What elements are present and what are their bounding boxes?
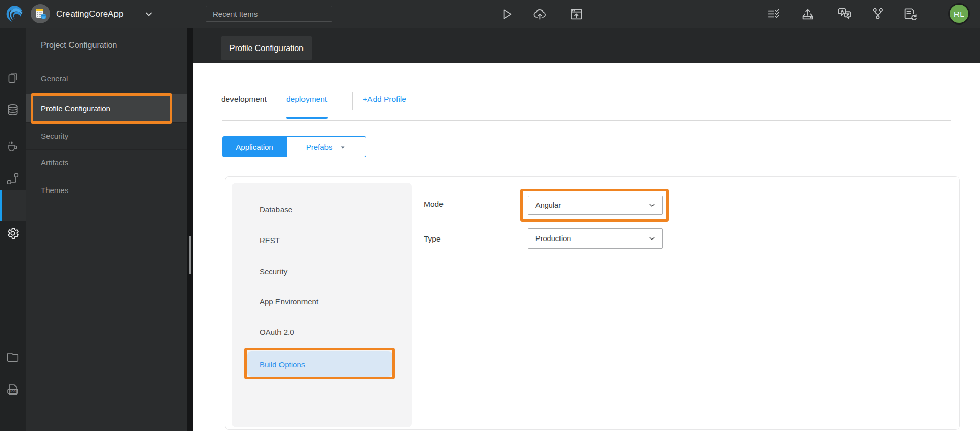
prefabs-segment[interactable]: Prefabs <box>287 136 366 157</box>
panel-scrollbar-thumb[interactable] <box>189 236 191 274</box>
left-icon-rail: LOG <box>0 28 26 431</box>
folder-icon[interactable] <box>6 350 19 364</box>
recent-items-input[interactable]: Recent Items <box>206 6 332 22</box>
tab-profile-configuration[interactable]: Profile Configuration <box>221 36 312 60</box>
config-nav-item-database[interactable]: Database <box>260 205 292 214</box>
sidebar-item-label: General <box>41 74 68 83</box>
type-label: Type <box>424 234 441 244</box>
main-area: Profile Configuration development deploy… <box>193 28 980 431</box>
profile-tab-development[interactable]: development <box>221 94 267 104</box>
project-avatar-icon[interactable] <box>31 4 50 23</box>
build-options-card: Database REST Security App Environment O… <box>225 176 960 430</box>
chevron-down-icon <box>648 234 656 243</box>
app-prefabs-toggle: Application Prefabs <box>222 136 366 157</box>
sidebar-item-label: Security <box>41 132 68 140</box>
export-icon[interactable] <box>800 7 815 22</box>
sidebar-item-security[interactable]: Security <box>26 123 187 150</box>
prefabs-label: Prefabs <box>306 142 333 151</box>
file-sync-icon[interactable] <box>902 7 918 22</box>
logs-icon[interactable]: LOG <box>6 382 20 397</box>
wavemaker-logo-icon[interactable] <box>5 4 25 23</box>
build-options-label: Build Options <box>260 360 305 369</box>
type-value: Production <box>535 234 571 243</box>
application-segment[interactable]: Application <box>222 136 287 157</box>
project-configuration-panel: Project Configuration General Profile Co… <box>26 28 187 431</box>
svg-text:LOG: LOG <box>10 390 15 393</box>
preview-app-icon[interactable] <box>569 7 584 22</box>
add-profile-button[interactable]: +Add Profile <box>363 94 406 104</box>
editor-tab-bar: Profile Configuration <box>193 28 980 63</box>
rail-active-indicator <box>0 190 2 221</box>
panel-title: Project Configuration <box>26 28 187 62</box>
run-icon[interactable] <box>499 7 514 22</box>
chevron-down-icon <box>648 201 656 209</box>
type-select[interactable]: Production <box>528 228 663 249</box>
user-avatar[interactable]: RL <box>948 3 970 25</box>
topbar: CreatingCoreApp Recent Items <box>0 0 980 28</box>
caret-down-icon <box>339 143 346 151</box>
sidebar-item-themes[interactable]: Themes <box>26 176 187 204</box>
sidebar-item-label: Themes <box>41 186 68 195</box>
profile-configuration-content: development deployment +Add Profile Appl… <box>193 63 980 431</box>
tabs-rule <box>222 120 951 121</box>
version-control-icon[interactable] <box>871 7 885 21</box>
checklist-icon[interactable] <box>767 7 781 21</box>
sidebar-item-label: Artifacts <box>41 158 68 167</box>
cloud-deploy-icon[interactable] <box>532 6 548 21</box>
config-side-nav <box>232 183 412 427</box>
active-tab-underline <box>286 117 328 119</box>
database-icon[interactable] <box>6 103 19 116</box>
sidebar-item-label: Profile Configuration <box>41 104 110 113</box>
config-nav-item-rest[interactable]: REST <box>260 236 280 245</box>
chevron-down-icon[interactable] <box>144 9 154 19</box>
mode-value: Angular <box>535 201 561 209</box>
sidebar-item-general[interactable]: General <box>26 62 187 94</box>
java-services-icon[interactable] <box>6 138 20 153</box>
config-nav-item-security[interactable]: Security <box>260 267 287 276</box>
sidebar-item-profile-configuration[interactable]: Profile Configuration <box>26 94 187 123</box>
profile-tab-deployment[interactable]: deployment <box>286 94 327 104</box>
config-nav-item-app-environment[interactable]: App Environment <box>260 297 318 306</box>
config-nav-item-oauth[interactable]: OAuth 2.0 <box>260 328 294 337</box>
settings-gear-icon[interactable] <box>6 226 20 241</box>
sidebar-item-artifacts[interactable]: Artifacts <box>26 150 187 176</box>
mode-select[interactable]: Angular <box>528 196 663 215</box>
translate-icon[interactable] <box>837 6 852 21</box>
mode-label: Mode <box>424 200 444 209</box>
panel-scrollbar-track <box>187 28 193 431</box>
pages-icon[interactable] <box>6 71 19 84</box>
project-name[interactable]: CreatingCoreApp <box>56 0 123 28</box>
config-nav-item-build-options[interactable]: Build Options <box>247 351 392 377</box>
rail-active-row <box>0 190 26 221</box>
tab-divider <box>352 92 353 110</box>
apis-icon[interactable] <box>6 172 19 185</box>
